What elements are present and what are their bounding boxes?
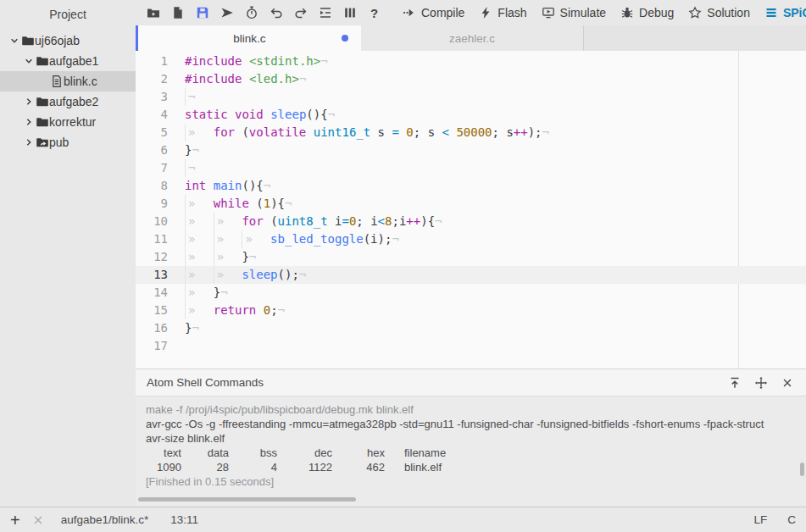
table-cell: 1122 [277,460,332,474]
timer-button[interactable] [239,2,264,24]
sidebar-item-aufgabe1[interactable]: aufgabe1 [0,51,136,71]
flash-button[interactable]: Flash [476,4,529,21]
app-window: Project uj66ojabaufgabe1blink.caufgabe2k… [0,0,806,532]
simulate-button-label: Simulate [560,6,606,19]
status-grammar[interactable]: C [787,513,796,526]
tree-item-label: pub [49,136,69,149]
output-panel: Atom Shell Commands make -f /proj/i4spic… [136,369,806,507]
line-number[interactable]: 9 [136,195,175,213]
debug-button[interactable]: Debug [618,4,676,21]
line-number[interactable]: 7 [136,159,175,177]
tree-item-label: blink.c [64,75,97,88]
tab-blink-c[interactable]: blink.c [138,25,361,51]
code-token: (){ [306,108,327,121]
code-line: 12»»}¬ [136,248,806,266]
code-token: = [392,125,398,139]
spicboard-button[interactable]: SPiCboard [762,4,806,21]
auto-indent-button[interactable] [313,2,337,24]
table-cell: 28 [181,460,229,474]
new-file-button[interactable] [165,2,190,24]
compile-button-label: Compile [421,6,464,19]
tab-whitespace-marker: » [185,284,214,302]
code-editor[interactable]: 1#include <stdint.h>¬2#include <led.h>¬3… [136,51,806,369]
vertical-scrollbar[interactable] [800,463,804,476]
simulate-icon [542,6,555,19]
auto-scroll-icon [754,376,768,390]
code-token [264,108,270,121]
console-output[interactable]: make -f /proj/i4spic/pub/libspicboard/de… [136,396,806,507]
line-number[interactable]: 6 [136,141,175,159]
line-number[interactable]: 10 [136,213,175,230]
status-file-path[interactable]: aufgabe1/blink.c* [61,513,149,526]
line-content: ¬ [175,88,195,106]
scroll-to-top-button[interactable] [727,375,742,391]
code-token: i [328,214,342,228]
add-project-button[interactable]: + [7,512,24,529]
tree-item-label: uj66ojab [35,34,80,47]
status-line-ending[interactable]: LF [753,513,767,526]
solution-button[interactable]: Solution [686,4,753,21]
tab-whitespace-marker: » [185,302,214,319]
code-token: (){ [242,179,263,192]
line-number[interactable]: 17 [136,337,175,355]
tab-whitespace-marker: » [185,195,214,213]
folder-icon [21,34,35,47]
line-number[interactable]: 8 [136,177,175,195]
close-button[interactable] [780,375,795,391]
line-number[interactable]: 12 [136,248,175,266]
open-folder-button[interactable] [141,2,165,24]
chevron-right-icon[interactable] [21,95,36,108]
line-number[interactable]: 15 [136,302,175,319]
send-button[interactable] [214,2,239,24]
sidebar-item-uj66ojab[interactable]: uj66ojab [0,30,136,51]
sidebar-title: Project [0,0,136,30]
sidebar-item-blink-c[interactable]: blink.c [0,71,136,91]
table-cell: data [181,446,229,460]
tab-zaehler-c[interactable]: zaehler.c [361,25,584,51]
auto-scroll-button[interactable] [753,375,769,391]
eol-marker: ¬ [188,161,195,175]
console-table-header: textdatabssdechexfilename [146,446,806,460]
line-number[interactable]: 2 [136,70,175,88]
tree-item-label: korrektur [49,115,96,129]
chevron-down-icon[interactable] [21,54,36,68]
compile-button[interactable]: Compile [400,4,467,21]
table-cell: 4 [229,460,277,474]
horizontal-scrollbar[interactable] [138,497,356,502]
line-number[interactable]: 4 [136,106,175,124]
chevron-right-icon[interactable] [21,136,36,149]
undo-button[interactable] [264,2,288,24]
line-number[interactable]: 3 [136,88,175,106]
timer-icon [245,6,258,19]
eol-marker: ¬ [264,179,270,192]
help-icon: ? [370,7,378,19]
save-button[interactable] [190,2,214,24]
active-pane-indicator [136,25,138,51]
sidebar-item-korrektur[interactable]: korrektur [0,112,136,132]
line-number[interactable]: 11 [136,230,175,248]
status-cursor-position[interactable]: 13:11 [170,513,198,526]
line-number[interactable]: 1 [136,53,175,70]
line-content: ¬ [175,159,195,177]
line-content: »»sleep();¬ [175,266,306,284]
sidebar-item-aufgabe2[interactable]: aufgabe2 [0,91,136,112]
redo-button[interactable] [288,2,313,24]
line-number[interactable]: 13 [136,266,175,284]
chevron-right-icon[interactable] [21,115,36,129]
tree-indent-spacer [36,75,50,88]
remove-project-icon[interactable] [32,514,44,526]
help-button[interactable]: ? [362,2,386,24]
code-token: ; s [414,125,442,139]
line-number[interactable]: 16 [136,319,175,337]
line-number[interactable]: 14 [136,284,175,302]
line-number[interactable]: 5 [136,124,175,141]
chevron-down-icon[interactable] [7,34,21,47]
code-token [242,54,248,68]
sidebar-item-pub[interactable]: pub [0,132,136,152]
simulate-button[interactable]: Simulate [539,4,609,21]
columns-button[interactable] [337,2,362,24]
finished-message: [Finished in 0.15 seconds] [146,474,806,489]
line-content: static void sleep(){¬ [175,106,335,124]
code-token: ( [235,125,249,139]
table-cell: dec [277,446,332,460]
